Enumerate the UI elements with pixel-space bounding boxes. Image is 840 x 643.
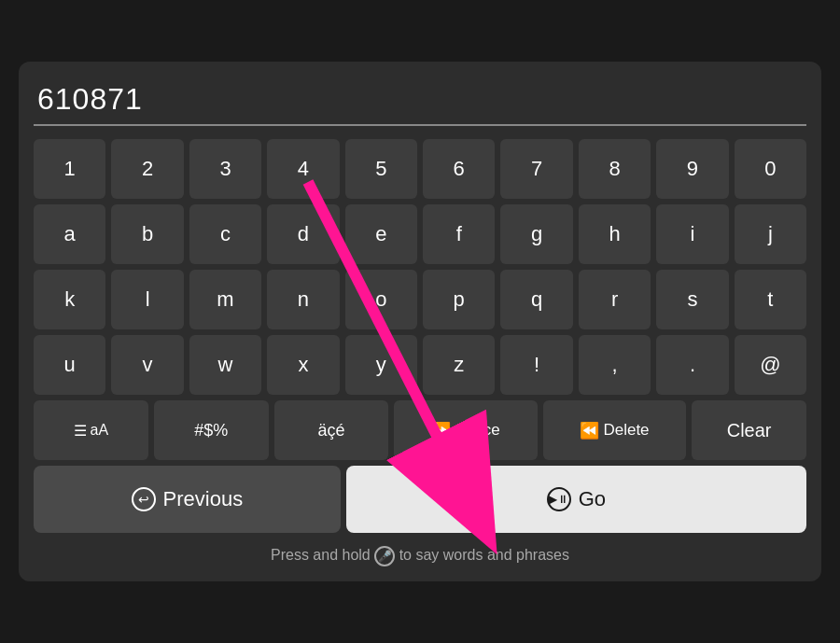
key-7[interactable]: 7 [500, 139, 572, 199]
key-1[interactable]: 1 [34, 139, 105, 199]
space-icon: ⏩ [431, 421, 451, 440]
special-row: ☰ aA #$% äçé ⏩ Space ⏪ Delete Clear [34, 400, 806, 460]
key-at[interactable]: @ [735, 335, 806, 395]
alpha-row-3: u v w x y z ! , . @ [34, 335, 806, 395]
space-label: Space [455, 421, 499, 440]
key-y[interactable]: y [345, 335, 417, 395]
key-3[interactable]: 3 [189, 139, 261, 199]
menu-icon: ☰ [74, 422, 87, 440]
key-n[interactable]: n [267, 270, 339, 329]
keyboard-container: 610871 1 2 3 4 5 6 7 8 9 0 a b c d e f g… [19, 62, 821, 581]
key-m[interactable]: m [189, 270, 261, 329]
key-a[interactable]: a [34, 204, 105, 264]
delete-label: Delete [603, 421, 649, 440]
key-z[interactable]: z [423, 335, 495, 395]
go-label: Go [579, 487, 606, 511]
go-button[interactable]: ▶⏸ Go [346, 466, 806, 533]
key-b[interactable]: b [111, 204, 183, 264]
keys-grid: 1 2 3 4 5 6 7 8 9 0 a b c d e f g h i j … [34, 139, 806, 460]
key-9[interactable]: 9 [656, 139, 728, 199]
key-0[interactable]: 0 [735, 139, 806, 199]
key-p[interactable]: p [423, 270, 495, 329]
key-comma[interactable]: , [579, 335, 651, 395]
key-symbols[interactable]: #$% [154, 400, 269, 460]
previous-button[interactable]: ↩ Previous [34, 466, 341, 533]
delete-icon: ⏪ [580, 421, 599, 440]
key-2[interactable]: 2 [111, 139, 183, 199]
key-clear[interactable]: Clear [692, 400, 806, 460]
key-j[interactable]: j [735, 204, 806, 264]
hint-text: Press and hold 🎤 to say words and phrase… [34, 546, 806, 566]
key-s[interactable]: s [656, 270, 728, 329]
key-5[interactable]: 5 [345, 139, 417, 199]
key-v[interactable]: v [111, 335, 183, 395]
key-exclaim[interactable]: ! [500, 335, 572, 395]
input-value: 610871 [37, 82, 143, 116]
previous-label: Previous [163, 487, 244, 511]
key-x[interactable]: x [267, 335, 339, 395]
key-d[interactable]: d [267, 204, 339, 264]
key-q[interactable]: q [500, 270, 572, 329]
previous-icon: ↩ [132, 487, 156, 511]
key-r[interactable]: r [579, 270, 651, 329]
microphone-icon: 🎤 [374, 546, 395, 566]
key-o[interactable]: o [345, 270, 417, 329]
key-w[interactable]: w [189, 335, 261, 395]
alpha-row-2: k l m n o p q r s t [34, 270, 806, 329]
input-area: 610871 [34, 77, 806, 126]
key-i[interactable]: i [656, 204, 728, 264]
key-g[interactable]: g [500, 204, 572, 264]
key-t[interactable]: t [735, 270, 806, 329]
key-accent[interactable]: äçé [274, 400, 389, 460]
key-e[interactable]: e [345, 204, 417, 264]
action-row: ↩ Previous ▶⏸ Go [34, 466, 806, 533]
key-delete[interactable]: ⏪ Delete [543, 400, 686, 460]
key-4[interactable]: 4 [267, 139, 339, 199]
key-f[interactable]: f [423, 204, 495, 264]
alpha-row-1: a b c d e f g h i j [34, 204, 806, 264]
key-period[interactable]: . [656, 335, 728, 395]
key-space[interactable]: ⏩ Space [394, 400, 537, 460]
key-u[interactable]: u [34, 335, 105, 395]
number-row: 1 2 3 4 5 6 7 8 9 0 [34, 139, 806, 199]
key-shift-aa[interactable]: ☰ aA [34, 400, 148, 460]
key-8[interactable]: 8 [579, 139, 651, 199]
shift-label: aA [91, 422, 109, 439]
key-k[interactable]: k [34, 270, 105, 329]
key-6[interactable]: 6 [423, 139, 495, 199]
key-h[interactable]: h [579, 204, 651, 264]
key-c[interactable]: c [189, 204, 261, 264]
key-l[interactable]: l [111, 270, 183, 329]
go-icon: ▶⏸ [547, 487, 571, 511]
